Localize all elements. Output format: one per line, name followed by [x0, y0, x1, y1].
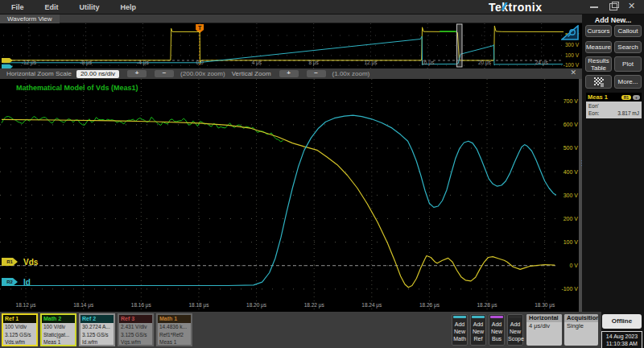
badge-ref3-line1: 2.431 V/div — [119, 323, 152, 331]
svg-text:100 V: 100 V — [565, 52, 580, 58]
vertical-zoom-factor: (1.00x zoom) — [332, 70, 370, 77]
horizontal-zoom-minus-button[interactable]: − — [155, 70, 174, 77]
plot-button[interactable]: Plot — [614, 56, 642, 72]
badge-ref3-title: Ref 3 — [119, 315, 152, 323]
badge-ref1-line2: 3.125 GS/s — [3, 331, 36, 339]
horizontal-zoom-scale-label: Horizontal Zoom Scale — [6, 70, 72, 77]
meas1-badge-header: Meas 1 R1 + — [586, 93, 642, 102]
menu-file[interactable]: File — [11, 3, 24, 11]
badge-ref2-line3: Id.wfm — [80, 338, 114, 346]
svg-text:700 V: 700 V — [564, 98, 579, 104]
overview-zoom-icon[interactable] — [561, 25, 579, 40]
svg-text:400 V: 400 V — [564, 169, 579, 175]
svg-text:T: T — [198, 25, 202, 31]
badge-math2-line2: Static|gat... — [42, 331, 75, 339]
meas1-expand-pill[interactable]: + — [633, 95, 640, 100]
menu-edit[interactable]: Edit — [45, 3, 59, 11]
id-channel-marker[interactable]: R2 Id — [2, 278, 31, 286]
badge-ref1-title: Ref 1 — [3, 315, 36, 323]
svg-text:18.30 μs: 18.30 μs — [535, 302, 555, 309]
badge-math2[interactable]: Math 2 100 V/div Static|gat... Meas 1 — [40, 313, 76, 346]
badge-math2-line3: Meas 1 — [42, 338, 75, 346]
svg-text:18.24 μs: 18.24 μs — [361, 302, 382, 309]
svg-text:100 V: 100 V — [564, 239, 579, 245]
horizontal-title: Horizontal — [526, 314, 562, 322]
date-text: 14 Aug 2023 — [602, 333, 642, 340]
svg-text:18.12 μs: 18.12 μs — [16, 302, 37, 309]
vds-channel-marker[interactable]: R1 Vds — [2, 258, 38, 266]
more-button[interactable]: More... — [614, 75, 642, 89]
tektronix-logo: Tektronix — [489, 1, 543, 14]
meas1-source-pill: R1 — [621, 95, 631, 100]
restore-icon[interactable] — [609, 2, 618, 10]
measure-button[interactable]: Measure — [585, 41, 612, 53]
add-new-ref-button[interactable]: Add New Ref — [470, 314, 486, 346]
badge-ref3-line2: 3.125 GS/s — [119, 331, 152, 339]
menu-utility[interactable]: Utility — [80, 3, 100, 11]
badge-ref3[interactable]: Ref 3 2.431 V/div 3.125 GS/s Vgs.wfm — [118, 313, 154, 346]
callout-button[interactable]: Callout — [614, 25, 642, 37]
r2-marker-badge[interactable]: R2 — [2, 278, 18, 286]
svg-text:-100 V: -100 V — [561, 286, 578, 292]
meas1-row2-value: 3.817 mJ — [617, 110, 639, 117]
badge-math1-line3: Meas 1 — [158, 338, 191, 346]
id-trace-label: Id — [23, 278, 31, 287]
svg-text:18.22 μs: 18.22 μs — [304, 302, 325, 309]
offline-button[interactable]: Offline — [602, 314, 642, 329]
svg-text:18.16 μs: 18.16 μs — [131, 302, 152, 309]
search-button[interactable]: Search — [614, 41, 642, 53]
badge-ref3-line3: Vgs.wfm — [119, 338, 152, 346]
badge-ref1[interactable]: Ref 1 100 V/div 3.125 GS/s Vds.wfm — [2, 313, 38, 346]
minimize-icon[interactable] — [589, 2, 599, 10]
svg-text:-12 μs: -12 μs — [22, 60, 37, 66]
svg-text:18.28 μs: 18.28 μs — [477, 302, 498, 309]
add-new-math-button[interactable]: Add New Math — [452, 314, 468, 346]
svg-text:0.0: 0.0 — [196, 60, 204, 65]
acquisition-mode-value: Single — [564, 322, 598, 330]
badge-math2-title: Math 2 — [42, 315, 75, 323]
horizontal-settings-badge[interactable]: Horizontal 4 μs/div — [526, 314, 562, 346]
results-table-button[interactable]: Results Table — [585, 56, 612, 72]
acquisition-settings-badge[interactable]: Acquisition Single — [564, 314, 598, 346]
badge-ref2[interactable]: Ref 2 30.2724 A... 3.125 GS/s Id.wfm — [79, 313, 115, 346]
close-icon[interactable]: ✕ — [628, 2, 638, 10]
add-new-scope-button[interactable]: Add New Scope — [507, 314, 523, 346]
datetime-display: 14 Aug 2023 11:10:38 AM — [601, 331, 642, 348]
badge-math1[interactable]: Math 1 14.4836 k... Ref1*Ref2 Meas 1 — [156, 313, 192, 346]
main-plot-canvas[interactable]: 18.12 μs18.14 μs18.16 μs18.18 μs18.20 μs… — [0, 79, 582, 313]
svg-text:18.26 μs: 18.26 μs — [419, 302, 440, 309]
waveform-plot[interactable]: 18.12 μs18.14 μs18.16 μs18.18 μs18.20 μs… — [0, 79, 582, 313]
vds-trace-label: Vds — [23, 258, 38, 267]
time-text: 11:10:38 AM — [602, 340, 642, 347]
cursors-button[interactable]: Cursors — [585, 25, 612, 37]
acquisition-overview[interactable]: T-12 μs-8 μs-4 μs0.04 μs8 μs12 μs16 μs20… — [0, 23, 582, 68]
menu-help[interactable]: Help — [121, 3, 137, 11]
horizontal-zoom-scale-value[interactable]: 20.00 ns/div — [76, 70, 119, 78]
view-tab-bar: Waveform View — [0, 14, 582, 23]
tab-waveform-view[interactable]: Waveform View — [0, 14, 60, 23]
draw-a-box-button[interactable] — [585, 75, 612, 89]
svg-text:-8 μs: -8 μs — [80, 60, 92, 66]
badge-ref2-line1: 30.2724 A... — [80, 323, 114, 331]
svg-text:4 μs: 4 μs — [252, 60, 262, 66]
vertical-zoom-plus-button[interactable]: + — [279, 70, 299, 77]
badge-math1-title: Math 1 — [158, 315, 191, 323]
badge-ref1-line1: 100 V/div — [3, 323, 36, 331]
zoom-view-close-icon[interactable]: ✕ — [570, 68, 576, 77]
right-control-panel: Add New... Cursors Callout Measure Searc… — [582, 14, 644, 348]
badge-ref2-line2: 3.125 GS/s — [80, 331, 114, 339]
overview-canvas[interactable]: T-12 μs-8 μs-4 μs0.04 μs8 μs12 μs16 μs20… — [0, 23, 582, 68]
r1-marker-badge[interactable]: R1 — [2, 258, 18, 266]
svg-text:300 V: 300 V — [565, 42, 580, 48]
svg-text:20 μs: 20 μs — [478, 60, 492, 66]
vertical-zoom-minus-button[interactable]: − — [307, 70, 326, 77]
menu-bar: File Edit Utility Help Tektronix ✕ — [0, 0, 644, 14]
meas1-results-badge[interactable]: Meas 1 R1 + Eon' Eon:3.817 mJ — [586, 93, 642, 118]
svg-text:600 V: 600 V — [564, 122, 579, 127]
svg-text:18.18 μs: 18.18 μs — [188, 302, 209, 309]
horizontal-zoom-plus-button[interactable]: + — [127, 70, 147, 77]
add-new-bus-button[interactable]: Add New Bus — [489, 314, 505, 346]
svg-text:300 V: 300 V — [564, 193, 579, 198]
badge-math2-line1: 100 V/div — [42, 323, 75, 331]
meas1-badge-title: Meas 1 — [588, 93, 621, 101]
